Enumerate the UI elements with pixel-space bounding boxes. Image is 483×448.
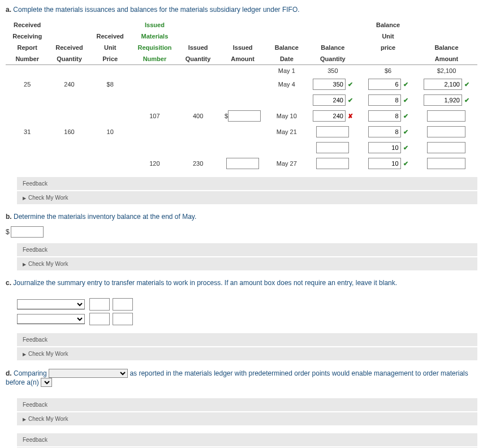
issued-amount-input[interactable] <box>226 158 259 169</box>
balance-amount-input[interactable] <box>427 142 465 153</box>
journal-account-1[interactable] <box>17 299 85 309</box>
check-my-work[interactable]: ▶Check My Work <box>17 412 477 425</box>
feedback-bar[interactable]: Feedback <box>17 177 477 190</box>
issued-amount-input[interactable] <box>228 110 261 122</box>
balance-price-input[interactable] <box>368 94 401 106</box>
journal-debit-2[interactable] <box>89 313 110 325</box>
feedback-bar[interactable]: Feedback <box>17 243 477 256</box>
dollar-sign: $ <box>6 228 10 236</box>
feedback-bar[interactable]: Feedback <box>17 433 477 446</box>
balance-amount-input[interactable] <box>427 158 465 169</box>
balance-price-input[interactable] <box>368 110 401 122</box>
before-select[interactable] <box>41 378 52 387</box>
balance-qty-input[interactable] <box>316 126 349 137</box>
part-c-prompt: c. Journalize the summary entry to trans… <box>6 279 477 287</box>
check-icon: ✔ <box>348 97 353 104</box>
balance-price-input[interactable] <box>368 126 401 137</box>
part-a-prompt: a. Complete the materials issuances and … <box>6 6 477 14</box>
check-my-work[interactable]: ▶Check My Work <box>17 257 477 270</box>
check-icon: ✔ <box>403 128 408 136</box>
x-icon: ✘ <box>348 113 353 120</box>
play-icon: ▶ <box>23 352 26 357</box>
check-icon: ✔ <box>464 81 469 88</box>
check-my-work[interactable]: ▶Check My Work <box>17 191 477 204</box>
feedback-bar[interactable]: Feedback <box>17 333 477 346</box>
check-icon: ✔ <box>348 81 353 88</box>
check-icon: ✔ <box>403 97 408 104</box>
balance-price-input[interactable] <box>368 142 401 153</box>
comparing-select[interactable] <box>49 369 128 378</box>
ledger-table: Received Issued Balance Receiving Receiv… <box>6 19 477 171</box>
journal-debit-1[interactable] <box>89 298 110 311</box>
check-icon: ✔ <box>403 144 408 152</box>
part-d-prompt: d. Comparing as reported in the material… <box>6 369 477 387</box>
play-icon: ▶ <box>23 417 26 422</box>
balance-price-input[interactable] <box>368 79 401 90</box>
check-icon: ✔ <box>403 113 408 120</box>
inventory-balance-input[interactable] <box>11 226 44 238</box>
balance-qty-input[interactable] <box>313 110 346 122</box>
journal-account-2[interactable] <box>17 314 85 324</box>
balance-amount-input[interactable] <box>424 94 462 106</box>
balance-qty-input[interactable] <box>313 79 346 90</box>
check-icon: ✔ <box>403 160 408 167</box>
check-icon: ✔ <box>403 81 408 88</box>
check-icon: ✔ <box>464 97 469 104</box>
balance-price-input[interactable] <box>368 158 401 169</box>
play-icon: ▶ <box>23 262 26 267</box>
balance-amount-input[interactable] <box>427 110 465 122</box>
balance-amount-input[interactable] <box>424 79 462 90</box>
feedback-bar[interactable]: Feedback <box>17 398 477 411</box>
balance-qty-input[interactable] <box>313 94 346 106</box>
journal-credit-2[interactable] <box>113 313 133 325</box>
balance-amount-input[interactable] <box>427 126 465 137</box>
journal-credit-1[interactable] <box>113 298 133 311</box>
play-icon: ▶ <box>23 196 26 201</box>
check-my-work[interactable]: ▶Check My Work <box>17 347 477 360</box>
balance-qty-input[interactable] <box>316 142 349 153</box>
part-b-prompt: b. Determine the materials inventory bal… <box>6 213 477 221</box>
balance-qty-input[interactable] <box>316 158 349 169</box>
